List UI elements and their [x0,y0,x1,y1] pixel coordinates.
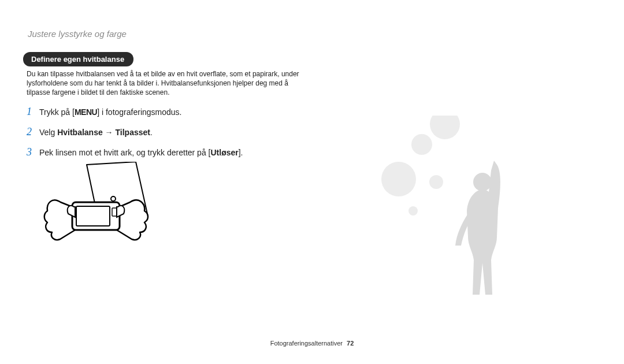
step-1: 1 Trykk på [MENU] i fotograferingsmodus. [27,104,327,120]
intro-paragraph: Du kan tilpasse hvitbalansen ved å ta et… [27,69,304,98]
page-header-title: Justere lysstyrke og farge [28,29,127,39]
svg-point-7 [429,175,443,189]
step-text: Velg Hvitbalanse → Tilpasset. [39,127,327,139]
step-text-pre: Velg [39,128,57,137]
child-bubbles-silhouette [381,116,532,312]
step-text: Pek linsen mot et hvitt ark, og trykk de… [39,147,327,159]
svg-point-3 [111,196,116,201]
step-text-post: ]. [239,148,243,157]
svg-point-9 [473,173,492,191]
svg-point-4 [411,134,432,155]
step-text: Trykk på [MENU] i fotograferingsmodus. [39,106,327,118]
step-list: 1 Trykk på [MENU] i fotograferingsmodus.… [27,104,327,165]
svg-point-6 [381,162,416,196]
step-2: 2 Velg Hvitbalanse → Tilpasset. [27,124,327,140]
menu-label-icon: MENU [75,106,97,118]
svg-rect-1 [76,206,110,226]
step-text-post: . [150,128,153,137]
page-footer: Fotograferingsalternativer 72 [0,340,624,347]
footer-page-number: 72 [347,340,354,347]
step-number: 3 [27,144,39,160]
step-bold: Utløser [210,148,238,157]
step-text-post: ] i fotograferingsmodus. [97,107,181,117]
footer-label: Fotograferingsalternativer [270,340,343,347]
svg-point-5 [430,116,460,139]
step-bold-1: Hvitbalanse [57,128,103,137]
step-number: 1 [27,104,39,120]
section-heading-pill: Definere egen hvitbalanse [23,52,133,66]
step-number: 2 [27,124,39,140]
svg-point-8 [408,206,418,216]
camera-hands-illustration [40,162,156,254]
step-3: 3 Pek linsen mot et hvitt ark, og trykk … [27,144,327,160]
step-arrow: → [103,128,116,137]
step-text-pre: Pek linsen mot et hvitt ark, og trykk de… [39,148,210,157]
step-bold-2: Tilpasset [116,128,150,137]
step-text-pre: Trykk på [ [39,107,75,117]
